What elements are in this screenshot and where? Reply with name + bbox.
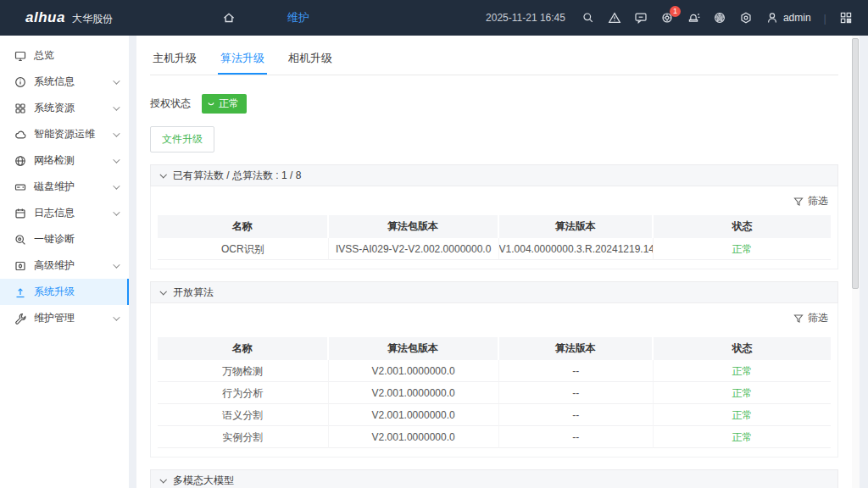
col-header-package-version: 算法包版本	[329, 215, 499, 238]
topbar-divider: |	[824, 12, 826, 25]
advanced-icon	[14, 260, 26, 272]
table-row: 行为分析 V2.001.0000000.0 -- 正常	[158, 382, 831, 404]
section-body: 筛选 名称 算法包版本 算法版本 状态 万物检测 V2.001.0000000.…	[150, 303, 838, 458]
search-icon[interactable]	[581, 11, 595, 25]
sidebar-item-maintenance-management[interactable]: 维护管理	[0, 305, 129, 331]
upgrade-icon	[14, 286, 26, 298]
status-cell: 正常	[654, 238, 831, 260]
scrollbar-track[interactable]	[852, 36, 860, 488]
file-upgrade-button[interactable]: 文件升级	[150, 126, 214, 152]
diagnose-icon	[14, 234, 26, 246]
sidebar-item-log-info[interactable]: 日志信息	[0, 200, 129, 226]
tab-host-upgrade[interactable]: 主机升级	[150, 42, 199, 75]
task-icon[interactable]: 1	[660, 11, 674, 25]
installed-algorithms-table: 名称 算法包版本 算法版本 状态 OCR识别 IVSS-AI029-V2-V2.…	[158, 215, 831, 260]
funnel-icon	[793, 197, 804, 207]
filter-button[interactable]: 筛选	[158, 303, 831, 332]
message-icon[interactable]	[634, 11, 648, 25]
col-header-package-version: 算法包版本	[329, 337, 499, 360]
col-header-algo-version: 算法版本	[499, 215, 654, 238]
open-algorithms-table: 名称 算法包版本 算法版本 状态 万物检测 V2.001.0000000.0 -…	[158, 337, 831, 448]
section-title: 多模态大模型	[173, 474, 234, 488]
topbar: alhua 大华股份 维护 2025-11-21 16:45 1	[0, 0, 868, 36]
upgrade-tabs: 主机升级 算法升级 相机升级	[150, 36, 838, 75]
col-header-algo-version: 算法版本	[499, 337, 654, 360]
hexagon-gear-icon[interactable]	[739, 11, 753, 25]
table-header-row: 名称 算法包版本 算法版本 状态	[158, 337, 831, 360]
username: admin	[783, 12, 811, 24]
table-header-row: 名称 算法包版本 算法版本 状态	[158, 215, 831, 238]
sidebar-item-one-key-diagnosis[interactable]: 一键诊断	[0, 226, 129, 252]
home-icon[interactable]	[221, 10, 236, 25]
section-header[interactable]: 开放算法	[150, 281, 838, 303]
section-multimodal-model: 多模态大模型	[150, 469, 838, 488]
status-cell: 正常	[654, 360, 831, 382]
section-header[interactable]: 多模态大模型	[150, 469, 838, 488]
alarm-warning-icon[interactable]	[608, 11, 621, 25]
sidebar-item-system-info[interactable]: 系统信息	[0, 69, 129, 95]
sidebar-item-system-upgrade[interactable]: 系统升级	[0, 279, 129, 305]
datetime-display: 2025-11-21 16:45	[486, 12, 565, 24]
chevron-down-icon	[113, 103, 120, 110]
notification-badge: 1	[670, 6, 681, 17]
table-row: OCR识别 IVSS-AI029-V2-V2.002.0000000.0 V1.…	[158, 238, 831, 260]
disk-icon	[14, 181, 26, 193]
chevron-down-icon	[113, 261, 120, 268]
chevron-down-icon	[159, 171, 166, 178]
chevron-down-icon	[113, 130, 120, 136]
section-body: 筛选 名称 算法包版本 算法版本 状态 OCR识别 IVSS-AI029-V2-…	[150, 186, 838, 269]
chevron-down-icon	[113, 313, 120, 320]
section-header[interactable]: 已有算法数 / 总算法数 : 1 / 8	[150, 164, 838, 186]
auth-status-row: 授权状态 正常	[150, 94, 838, 114]
col-header-status: 状态	[654, 215, 831, 238]
chevron-down-icon	[113, 77, 120, 84]
overview-icon	[14, 50, 26, 62]
logo-text: alhua	[25, 9, 65, 26]
sidebar-item-system-resources[interactable]: 系统资源	[0, 95, 129, 121]
chevron-down-icon	[113, 156, 120, 163]
section-installed-algorithms: 已有算法数 / 总算法数 : 1 / 8 筛选 名称 算法包版本 算法版本 状态…	[150, 164, 838, 269]
status-cell: 正常	[654, 404, 831, 426]
section-title: 开放算法	[173, 286, 214, 300]
content-card: 主机升级 算法升级 相机升级 授权状态 正常 文件升级 已有算法数 / 总算法数…	[136, 36, 852, 488]
system-info-icon	[14, 76, 26, 88]
section-open-algorithms: 开放算法 筛选 名称 算法包版本 算法版本 状态 万物检测 V2.001.000…	[150, 281, 838, 458]
tab-camera-upgrade[interactable]: 相机升级	[286, 42, 335, 75]
table-row: 实例分割 V2.001.0000000.0 -- 正常	[158, 426, 831, 448]
tab-algorithm-upgrade[interactable]: 算法升级	[218, 42, 267, 75]
wheel-icon[interactable]	[713, 11, 726, 25]
chevron-down-icon	[113, 182, 120, 189]
auth-status-label: 授权状态	[150, 97, 191, 111]
user-menu[interactable]: admin	[765, 11, 811, 25]
smile-icon	[207, 100, 215, 108]
sidebar-item-network-check[interactable]: 网络检测	[0, 147, 129, 174]
topbar-right-group: 2025-11-21 16:45 1 admin |	[486, 11, 853, 25]
sidebar: 总览 系统信息 系统资源 智能资源运维 网络检测 磁盘维护 日志信息 一键诊断 …	[0, 36, 129, 488]
funnel-icon	[793, 313, 804, 324]
status-badge: 正常	[202, 94, 247, 114]
dahua-logo: alhua 大华股份	[25, 9, 113, 26]
table-row: 万物检测 V2.001.0000000.0 -- 正常	[158, 360, 831, 382]
system-resource-icon	[14, 103, 26, 114]
sidebar-item-overview[interactable]: 总览	[0, 42, 129, 69]
scrollbar-thumb[interactable]	[852, 38, 859, 289]
status-cell: 正常	[654, 382, 831, 404]
section-title: 已有算法数 / 总算法数 : 1 / 8	[173, 169, 301, 183]
logo-company-name: 大华股份	[72, 12, 113, 26]
sidebar-item-disk-maintenance[interactable]: 磁盘维护	[0, 174, 129, 200]
sidebar-item-advanced-maintenance[interactable]: 高级维护	[0, 252, 129, 279]
filter-button[interactable]: 筛选	[158, 186, 831, 215]
col-header-name: 名称	[158, 215, 329, 238]
user-icon	[765, 11, 779, 25]
status-cell: 正常	[654, 426, 831, 448]
sidebar-item-smart-resource-ops[interactable]: 智能资源运维	[0, 121, 129, 147]
qrcode-icon[interactable]	[839, 11, 853, 25]
maintenance-icon	[14, 313, 26, 324]
chevron-down-icon	[159, 476, 166, 483]
smart-resource-icon	[14, 129, 26, 141]
siren-icon[interactable]	[687, 11, 700, 25]
col-header-name: 名称	[158, 337, 329, 360]
network-icon	[14, 155, 26, 167]
table-row: 语义分割 V2.001.0000000.0 -- 正常	[158, 404, 831, 426]
nav-item-maintenance[interactable]: 维护	[287, 10, 309, 25]
